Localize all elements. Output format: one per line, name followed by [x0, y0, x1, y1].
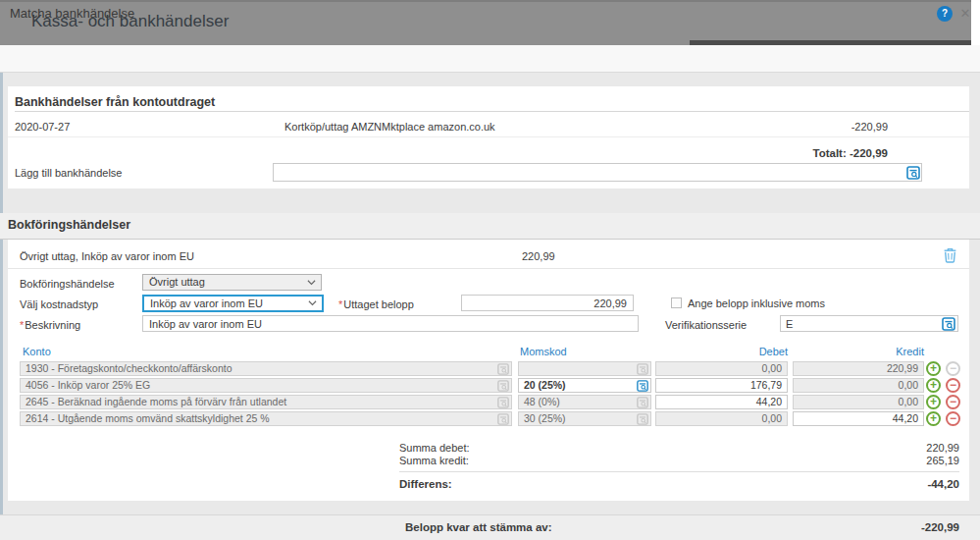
konto-field: 1930 - Företagskonto/checkkonto/affärsko…	[20, 361, 512, 376]
table-row: 2614 - Utgående moms omvänd skattskyldig…	[8, 411, 969, 428]
summary-diff-value: -44,20	[927, 478, 959, 491]
register-search-icon[interactable]	[906, 166, 920, 180]
verification-series-label: Verifikationsserie	[665, 319, 747, 331]
bank-row-date: 2020-07-27	[15, 121, 70, 133]
kredit-field[interactable]: 44,20	[793, 411, 924, 426]
verification-series-input[interactable]	[780, 315, 958, 332]
remove-row-button[interactable]: −	[946, 411, 960, 426]
event-type-label: Bokföringshändelse	[20, 278, 115, 290]
momskod-field[interactable]: 20 (25%)	[518, 378, 651, 393]
bank-transactions-panel: Bankhändelser från kontoutdraget 2020-07…	[8, 86, 969, 189]
table-header-kredit[interactable]: Kredit	[793, 346, 924, 357]
description-input[interactable]	[142, 315, 639, 332]
chevron-down-icon	[308, 300, 317, 306]
booking-section-title: Bokföringshändelser	[8, 218, 130, 232]
summary-kredit-row: Summa kredit: 265,19	[399, 455, 959, 467]
withdrawal-amount-label: *Uttaget belopp	[338, 298, 414, 310]
modal-title-bar	[0, 45, 980, 73]
momskod-field[interactable]: 48 (0%)	[518, 395, 651, 409]
withdrawal-amount-input[interactable]	[461, 295, 634, 311]
kredit-field: 0,00	[793, 378, 924, 393]
close-icon[interactable]: ✕	[957, 5, 973, 23]
booking-entry-label: Övrigt uttag, Inköp av varor inom EU	[20, 250, 194, 262]
register-search-icon	[497, 380, 509, 392]
register-search-icon	[637, 413, 648, 425]
register-search-icon[interactable]	[637, 380, 648, 392]
add-bank-event-label: Lägg till bankhändelse	[15, 167, 122, 179]
register-search-icon	[637, 363, 648, 375]
register-search-icon	[497, 397, 509, 408]
table-row: 2645 - Beräknad ingående moms på förvärv…	[8, 395, 969, 411]
divider	[8, 136, 969, 137]
konto-field: 2645 - Beräknad ingående moms på förvärv…	[20, 395, 512, 409]
register-search-icon	[637, 397, 648, 408]
bank-total-value: -220,99	[850, 147, 888, 159]
footer-bar: Belopp kvar att stämma av: -220,99	[0, 514, 980, 540]
booking-events-panel: Övrigt uttag, Inköp av varor inom EU 220…	[8, 240, 969, 501]
incl-vat-checkbox[interactable]	[671, 297, 682, 308]
summary-block: Summa debet: 220,99 Summa kredit: 265,19…	[399, 442, 959, 491]
momskod-field[interactable]: 30 (25%)	[518, 411, 651, 426]
register-search-icon	[497, 413, 509, 425]
add-row-button[interactable]: +	[926, 378, 941, 393]
summary-debet-label: Summa debet:	[399, 442, 470, 455]
divider	[15, 111, 969, 112]
register-search-icon[interactable]	[942, 317, 955, 331]
required-asterisk: *	[20, 319, 24, 331]
divider	[399, 471, 959, 472]
debet-field[interactable]: 176,79	[655, 378, 788, 393]
konto-field: 4056 - Inköp varor 25% EG	[20, 378, 512, 393]
remove-row-button[interactable]: −	[946, 378, 960, 393]
required-asterisk: *	[338, 298, 342, 310]
summary-diff-label: Differens:	[399, 478, 452, 491]
table-row: 1930 - Företagskonto/checkkonto/affärsko…	[8, 361, 969, 378]
cost-type-value: Inköp av varor inom EU	[150, 297, 263, 309]
chevron-down-icon	[307, 280, 316, 286]
bank-total: Totalt: -220,99	[596, 147, 888, 159]
remaining-amount-value: -220,99	[921, 521, 959, 533]
table-row: 4056 - Inköp varor 25% EG20 (25%)176,790…	[8, 378, 969, 395]
debet-field[interactable]: 44,20	[655, 395, 788, 409]
remove-row-button[interactable]: −	[946, 395, 960, 409]
event-type-select[interactable]: Övrigt uttag	[142, 274, 322, 291]
kredit-field: 0,00	[793, 395, 924, 409]
add-row-button[interactable]: +	[926, 361, 941, 376]
remaining-amount-label: Belopp kvar att stämma av:	[405, 521, 552, 533]
bank-row-amount: -220,99	[695, 121, 888, 133]
kredit-field: 220,99	[793, 361, 924, 376]
bank-total-label: Totalt:	[813, 147, 847, 159]
event-type-value: Övrigt uttag	[149, 276, 205, 288]
remove-row-button: −	[946, 361, 960, 376]
summary-debet-value: 220,99	[926, 442, 959, 455]
summary-diff-row: Differens: -44,20	[399, 478, 959, 491]
modal-title: Matcha bankhändelse	[10, 0, 134, 27]
summary-kredit-label: Summa kredit:	[399, 455, 469, 467]
add-bank-event-input[interactable]	[273, 163, 922, 182]
table-header-konto[interactable]: Konto	[23, 346, 51, 357]
cost-type-label: Välj kostnadstyp	[20, 298, 98, 310]
add-row-button[interactable]: +	[926, 395, 941, 409]
momskod-field[interactable]	[518, 361, 651, 376]
bank-row-description: Kortköp/uttag AMZNMktplace amazon.co.uk	[284, 121, 495, 133]
bank-section-title: Bankhändelser från kontoutdraget	[15, 95, 215, 109]
debet-field: 0,00	[655, 361, 788, 376]
cost-type-select[interactable]: Inköp av varor inom EU	[142, 295, 324, 312]
description-label: *Beskrivning	[20, 319, 80, 331]
konto-field: 2614 - Utgående moms omvänd skattskyldig…	[20, 411, 512, 426]
register-search-icon	[497, 363, 509, 375]
booking-entry-amount: 220,99	[522, 250, 555, 262]
booking-section-band	[0, 213, 980, 240]
divider	[8, 268, 969, 269]
summary-debet-row: Summa debet: 220,99	[399, 442, 959, 455]
incl-vat-label: Ange belopp inklusive moms	[688, 297, 825, 309]
trash-icon[interactable]	[943, 247, 957, 263]
left-edge-strip	[0, 73, 3, 540]
table-header-momskod[interactable]: Momskod	[520, 346, 567, 357]
help-icon[interactable]: ?	[937, 6, 953, 22]
add-row-button[interactable]: +	[926, 411, 941, 426]
debet-field: 0,00	[655, 411, 788, 426]
summary-kredit-value: 265,19	[926, 455, 959, 467]
table-header-debet[interactable]: Debet	[655, 346, 788, 357]
